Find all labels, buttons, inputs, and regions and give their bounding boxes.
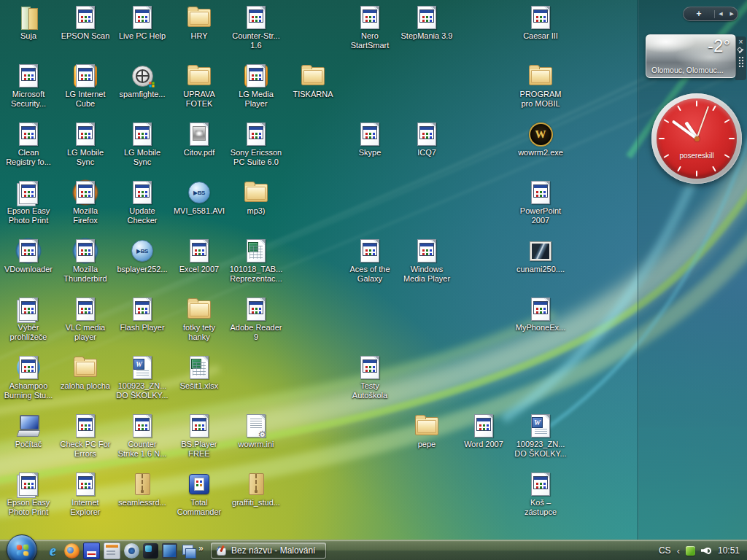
desktop-icon[interactable]: PROGRAMpro MOBIL (513, 63, 568, 109)
desktop-icon[interactable]: TISKÁRNA (285, 63, 341, 99)
desktop-icon-label: UpdateChecker (128, 206, 158, 225)
desktop-icon[interactable]: Sony EricssonPC Suite 6.0 (228, 121, 284, 167)
app-icon (15, 238, 42, 264)
desktop-icon[interactable]: MyPhoneEx... (513, 296, 568, 332)
total-commander-icon[interactable] (83, 542, 100, 559)
desktop-icon[interactable]: Skype (342, 121, 398, 158)
desktop-icon[interactable]: graffiti_stud... (228, 471, 284, 508)
tray-clock[interactable]: 10:51 (718, 545, 740, 556)
wrench-icon[interactable] (738, 47, 744, 54)
desktop-icon[interactable]: Live PC Help (115, 4, 170, 41)
desktop-icon[interactable]: VLC mediaplayer (58, 296, 113, 342)
drag-handle-icon[interactable] (738, 56, 744, 68)
tray-app-icon[interactable] (686, 546, 695, 556)
desktop-icon[interactable]: Counter-Str...1.6 (228, 4, 284, 50)
taskbar-window-button[interactable]: Bez názvu - Malování (211, 542, 326, 559)
desktop-icon[interactable]: LG MobileSync (115, 121, 170, 167)
desktop-icon[interactable]: MVI_6581.AVI (171, 179, 227, 216)
desktop-icon[interactable]: cunami250.... (513, 238, 568, 274)
firefox-icon[interactable] (64, 543, 80, 559)
desktop-icon[interactable]: CleanRegistry fo... (1, 121, 56, 167)
desktop-icon[interactable]: AshampooBurning Stu... (1, 354, 56, 400)
internet-explorer-icon[interactable] (45, 543, 61, 559)
quick-launch-overflow-chevron[interactable]: » (198, 543, 204, 553)
desktop-icon-label: LG MobileSync (67, 148, 104, 167)
desktop-icon[interactable]: NeroStartSmart (342, 4, 398, 50)
desktop-icon[interactable]: 101018_TAB...Reprezentac... (228, 238, 284, 284)
desktop-icon[interactable]: TotalCommander (171, 471, 227, 517)
desktop-icon[interactable]: wowrm.ini (228, 413, 284, 449)
tray-expand-chevron[interactable]: ‹ (677, 545, 680, 556)
show-desktop-icon[interactable] (104, 542, 120, 559)
pc-suite-icon[interactable] (124, 543, 139, 559)
next-page-button[interactable]: ▶ (727, 8, 738, 20)
desktop-icon[interactable]: Počítač (1, 413, 56, 449)
desktop-icon[interactable]: StepMania 3.9 (399, 4, 454, 41)
close-icon[interactable]: × (739, 39, 743, 45)
desktop-icon[interactable]: Adobe Reader9 (228, 296, 284, 342)
desktop-icon[interactable]: spamfighte... (115, 63, 170, 99)
desktop-icon[interactable]: TestyAutoškola (342, 354, 398, 400)
desktop-icon[interactable]: fotky tetyhanky (171, 296, 227, 342)
app-icon (243, 296, 269, 322)
desktop-icon[interactable]: UPRAVAFOTEK (171, 63, 227, 109)
desktop-icon[interactable]: MicrosoftSecurity... (1, 63, 56, 109)
folder-icon (527, 63, 554, 89)
desktop-icon[interactable]: mp3) (228, 179, 284, 216)
desktop-icon[interactable]: Aces of theGalaxy (342, 238, 398, 284)
prev-page-button[interactable]: ◀ (715, 8, 726, 20)
desktop-icon[interactable]: Epson EasyPhoto Print (1, 471, 56, 517)
desktop-icon[interactable]: Excel 2007 (171, 238, 227, 274)
media-device-icon[interactable] (143, 543, 158, 559)
desktop-icon-label: Skype (359, 148, 382, 158)
display-icon[interactable] (162, 543, 177, 559)
desktop-icon[interactable]: LG MobileSync (58, 121, 113, 167)
desktop-icon[interactable]: EPSON Scan (58, 4, 113, 41)
desktop-icon[interactable]: Caesar III (513, 4, 568, 41)
switch-windows-icon[interactable] (181, 543, 196, 559)
desktop-icon[interactable]: Flash Player (115, 296, 170, 332)
app-icon (15, 121, 42, 147)
desktop-icon[interactable]: 100923_ZN...DO ŠKOLKY... (513, 413, 568, 459)
desktop-icon[interactable]: UpdateChecker (115, 179, 170, 225)
desktop-icon[interactable]: Sešit1.xlsx (171, 354, 227, 391)
desktop-icon[interactable]: Výběrprohlížeče (1, 296, 56, 342)
desktop-icon[interactable]: ICQ7 (399, 121, 454, 158)
desktop-icon[interactable]: CounterStrike 1.6 N... (115, 413, 170, 459)
desktop-icon-label: Adobe Reader9 (231, 323, 282, 342)
desktop-icon-label: 101018_TAB...Reprezentac... (230, 265, 283, 284)
desktop-icon[interactable]: Koš –zástupce (513, 471, 568, 517)
weather-gadget[interactable]: -2° Olomouc, Olomouc... (646, 34, 736, 78)
desktop-icon[interactable]: MozillaThunderbird (58, 238, 113, 284)
desktop-icon[interactable]: WindowsMedia Player (399, 238, 454, 284)
clock-gadget[interactable]: posereskill (651, 93, 742, 184)
desktop-icon[interactable]: PowerPoint2007 (513, 179, 568, 225)
folder-icon (72, 354, 98, 381)
windows-logo-icon (16, 544, 28, 556)
desktop-icon[interactable]: LG MediaPlayer (228, 63, 284, 109)
desktop-icon[interactable]: 100923_ZN...DO ŠKOLKY... (115, 354, 170, 400)
desktop-icon[interactable]: LG InternetCube (58, 63, 113, 109)
desktop-icon[interactable]: InternetExplorer (58, 471, 113, 517)
desktop-icon[interactable]: wowrm2.exe (513, 121, 568, 158)
desktop-icon[interactable]: zaloha plocha (58, 354, 113, 391)
desktop-icon[interactable]: Check PC ForErrors (58, 413, 113, 459)
desktop-icon[interactable]: seamlessrd... (115, 471, 170, 508)
desktop-icon[interactable]: HRY (171, 4, 227, 41)
desktop-icon[interactable]: Suja (1, 4, 56, 41)
desktop-icon[interactable]: VDownloader (1, 238, 56, 274)
volume-icon[interactable] (701, 546, 712, 556)
desktop-icon-label: PROGRAMpro MOBIL (520, 90, 562, 109)
desktop-icon[interactable]: Citov.pdf (171, 121, 227, 158)
desktop-icon[interactable]: Epson EasyPhoto Print (1, 179, 56, 225)
desktop-icon[interactable]: Word 2007 (456, 413, 511, 449)
start-button[interactable] (7, 534, 37, 560)
paint-icon (216, 545, 227, 556)
language-indicator[interactable]: CS (659, 545, 671, 556)
desktop-icon[interactable]: BS.PlayerFREE (171, 413, 227, 459)
desktop-icon[interactable]: pepe (399, 413, 454, 449)
desktop-icon[interactable]: bsplayer252... (115, 238, 170, 274)
desktop-icon[interactable]: MozillaFirefox (58, 179, 113, 225)
photo-icon (527, 238, 554, 264)
add-gadget-button[interactable]: + (684, 8, 714, 20)
